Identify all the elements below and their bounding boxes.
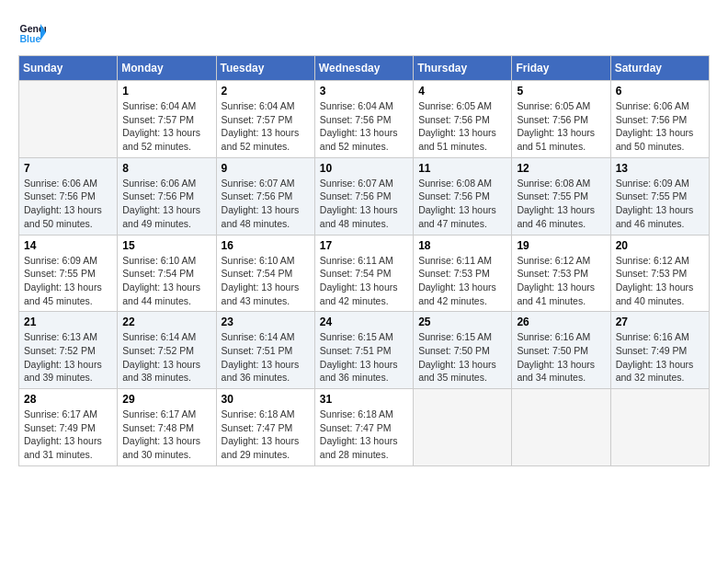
calendar-table: SundayMondayTuesdayWednesdayThursdayFrid… <box>18 55 710 466</box>
day-number: 2 <box>222 85 310 98</box>
day-info: Sunrise: 6:04 AM Sunset: 7:57 PM Dayligh… <box>222 99 310 154</box>
logo: General Blue <box>18 18 50 46</box>
logo-icon: General Blue <box>18 18 46 46</box>
day-number: 18 <box>418 239 506 252</box>
calendar-cell: 7Sunrise: 6:06 AM Sunset: 7:56 PM Daylig… <box>19 157 118 235</box>
calendar-cell: 23Sunrise: 6:14 AM Sunset: 7:51 PM Dayli… <box>216 312 314 389</box>
day-number: 7 <box>24 162 112 175</box>
calendar-cell: 22Sunrise: 6:14 AM Sunset: 7:52 PM Dayli… <box>118 312 216 389</box>
day-number: 16 <box>222 239 310 252</box>
day-info: Sunrise: 6:05 AM Sunset: 7:56 PM Dayligh… <box>418 99 506 154</box>
day-number: 31 <box>320 393 408 406</box>
calendar-cell: 25Sunrise: 6:15 AM Sunset: 7:50 PM Dayli… <box>414 312 512 389</box>
day-number: 1 <box>122 85 210 98</box>
calendar-cell: 29Sunrise: 6:17 AM Sunset: 7:48 PM Dayli… <box>118 389 216 466</box>
calendar-cell: 27Sunrise: 6:16 AM Sunset: 7:49 PM Dayli… <box>610 312 709 389</box>
calendar-cell: 21Sunrise: 6:13 AM Sunset: 7:52 PM Dayli… <box>19 312 118 389</box>
day-info: Sunrise: 6:09 AM Sunset: 7:55 PM Dayligh… <box>616 177 704 231</box>
day-info: Sunrise: 6:04 AM Sunset: 7:56 PM Dayligh… <box>320 99 408 154</box>
day-number: 11 <box>418 162 506 175</box>
day-info: Sunrise: 6:15 AM Sunset: 7:50 PM Dayligh… <box>418 330 506 385</box>
day-number: 23 <box>222 316 310 328</box>
calendar-cell: 15Sunrise: 6:10 AM Sunset: 7:54 PM Dayli… <box>118 235 216 312</box>
day-info: Sunrise: 6:13 AM Sunset: 7:52 PM Dayligh… <box>24 330 112 385</box>
weekday-header-friday: Friday <box>512 56 610 81</box>
day-number: 14 <box>24 239 112 252</box>
calendar-week-row: 7Sunrise: 6:06 AM Sunset: 7:56 PM Daylig… <box>19 157 710 235</box>
svg-text:Blue: Blue <box>20 33 41 44</box>
day-number: 9 <box>222 162 310 175</box>
day-number: 8 <box>122 162 210 175</box>
calendar-cell <box>610 389 709 466</box>
day-info: Sunrise: 6:14 AM Sunset: 7:52 PM Dayligh… <box>122 330 210 385</box>
day-info: Sunrise: 6:04 AM Sunset: 7:57 PM Dayligh… <box>122 99 210 154</box>
day-number: 10 <box>320 162 408 175</box>
calendar-cell: 5Sunrise: 6:05 AM Sunset: 7:56 PM Daylig… <box>512 81 610 158</box>
calendar-cell: 16Sunrise: 6:10 AM Sunset: 7:54 PM Dayli… <box>216 235 314 312</box>
calendar-cell: 17Sunrise: 6:11 AM Sunset: 7:54 PM Dayli… <box>314 235 413 312</box>
day-info: Sunrise: 6:08 AM Sunset: 7:55 PM Dayligh… <box>517 177 605 231</box>
calendar-cell: 28Sunrise: 6:17 AM Sunset: 7:49 PM Dayli… <box>19 389 118 466</box>
calendar-cell: 10Sunrise: 6:07 AM Sunset: 7:56 PM Dayli… <box>314 157 413 235</box>
day-number: 6 <box>616 85 704 98</box>
day-number: 17 <box>320 239 408 252</box>
calendar-cell: 24Sunrise: 6:15 AM Sunset: 7:51 PM Dayli… <box>314 312 413 389</box>
calendar-cell <box>19 81 118 158</box>
day-info: Sunrise: 6:11 AM Sunset: 7:53 PM Dayligh… <box>418 254 506 308</box>
day-info: Sunrise: 6:07 AM Sunset: 7:56 PM Dayligh… <box>320 177 408 231</box>
day-info: Sunrise: 6:16 AM Sunset: 7:50 PM Dayligh… <box>517 330 605 385</box>
calendar-cell: 20Sunrise: 6:12 AM Sunset: 7:53 PM Dayli… <box>610 235 709 312</box>
calendar-cell <box>414 389 512 466</box>
calendar-cell: 12Sunrise: 6:08 AM Sunset: 7:55 PM Dayli… <box>512 157 610 235</box>
day-info: Sunrise: 6:11 AM Sunset: 7:54 PM Dayligh… <box>320 254 408 308</box>
calendar-cell: 3Sunrise: 6:04 AM Sunset: 7:56 PM Daylig… <box>314 81 413 158</box>
calendar-cell: 19Sunrise: 6:12 AM Sunset: 7:53 PM Dayli… <box>512 235 610 312</box>
day-info: Sunrise: 6:18 AM Sunset: 7:47 PM Dayligh… <box>320 408 408 462</box>
day-info: Sunrise: 6:10 AM Sunset: 7:54 PM Dayligh… <box>222 254 310 308</box>
weekday-header-monday: Monday <box>118 56 216 81</box>
weekday-header-tuesday: Tuesday <box>216 56 314 81</box>
day-number: 29 <box>122 393 210 406</box>
day-number: 27 <box>616 316 704 328</box>
day-number: 13 <box>616 162 704 175</box>
day-number: 26 <box>517 316 605 328</box>
day-info: Sunrise: 6:08 AM Sunset: 7:56 PM Dayligh… <box>418 177 506 231</box>
calendar-cell <box>512 389 610 466</box>
day-number: 24 <box>320 316 408 328</box>
day-info: Sunrise: 6:12 AM Sunset: 7:53 PM Dayligh… <box>517 254 605 308</box>
calendar-cell: 8Sunrise: 6:06 AM Sunset: 7:56 PM Daylig… <box>118 157 216 235</box>
day-info: Sunrise: 6:06 AM Sunset: 7:56 PM Dayligh… <box>24 177 112 231</box>
calendar-cell: 14Sunrise: 6:09 AM Sunset: 7:55 PM Dayli… <box>19 235 118 312</box>
day-number: 4 <box>418 85 506 98</box>
weekday-header-saturday: Saturday <box>610 56 709 81</box>
day-number: 25 <box>418 316 506 328</box>
day-number: 19 <box>517 239 605 252</box>
day-info: Sunrise: 6:16 AM Sunset: 7:49 PM Dayligh… <box>616 330 704 385</box>
day-info: Sunrise: 6:17 AM Sunset: 7:49 PM Dayligh… <box>24 408 112 462</box>
calendar-week-row: 14Sunrise: 6:09 AM Sunset: 7:55 PM Dayli… <box>19 235 710 312</box>
day-number: 28 <box>24 393 112 406</box>
day-info: Sunrise: 6:12 AM Sunset: 7:53 PM Dayligh… <box>616 254 704 308</box>
calendar-cell: 4Sunrise: 6:05 AM Sunset: 7:56 PM Daylig… <box>414 81 512 158</box>
calendar-cell: 9Sunrise: 6:07 AM Sunset: 7:56 PM Daylig… <box>216 157 314 235</box>
calendar-cell: 2Sunrise: 6:04 AM Sunset: 7:57 PM Daylig… <box>216 81 314 158</box>
day-info: Sunrise: 6:15 AM Sunset: 7:51 PM Dayligh… <box>320 330 408 385</box>
calendar-cell: 30Sunrise: 6:18 AM Sunset: 7:47 PM Dayli… <box>216 389 314 466</box>
calendar-cell: 18Sunrise: 6:11 AM Sunset: 7:53 PM Dayli… <box>414 235 512 312</box>
calendar-week-row: 1Sunrise: 6:04 AM Sunset: 7:57 PM Daylig… <box>19 81 710 158</box>
day-number: 15 <box>122 239 210 252</box>
day-number: 3 <box>320 85 408 98</box>
day-info: Sunrise: 6:05 AM Sunset: 7:56 PM Dayligh… <box>517 99 605 154</box>
day-info: Sunrise: 6:18 AM Sunset: 7:47 PM Dayligh… <box>222 408 310 462</box>
calendar-cell: 11Sunrise: 6:08 AM Sunset: 7:56 PM Dayli… <box>414 157 512 235</box>
calendar-cell: 6Sunrise: 6:06 AM Sunset: 7:56 PM Daylig… <box>610 81 709 158</box>
day-info: Sunrise: 6:17 AM Sunset: 7:48 PM Dayligh… <box>122 408 210 462</box>
weekday-header-thursday: Thursday <box>414 56 512 81</box>
day-number: 5 <box>517 85 605 98</box>
day-info: Sunrise: 6:14 AM Sunset: 7:51 PM Dayligh… <box>222 330 310 385</box>
calendar-cell: 31Sunrise: 6:18 AM Sunset: 7:47 PM Dayli… <box>314 389 413 466</box>
calendar-header-row: SundayMondayTuesdayWednesdayThursdayFrid… <box>19 56 710 81</box>
day-info: Sunrise: 6:06 AM Sunset: 7:56 PM Dayligh… <box>122 177 210 231</box>
day-number: 22 <box>122 316 210 328</box>
page-header: General Blue <box>18 18 710 46</box>
